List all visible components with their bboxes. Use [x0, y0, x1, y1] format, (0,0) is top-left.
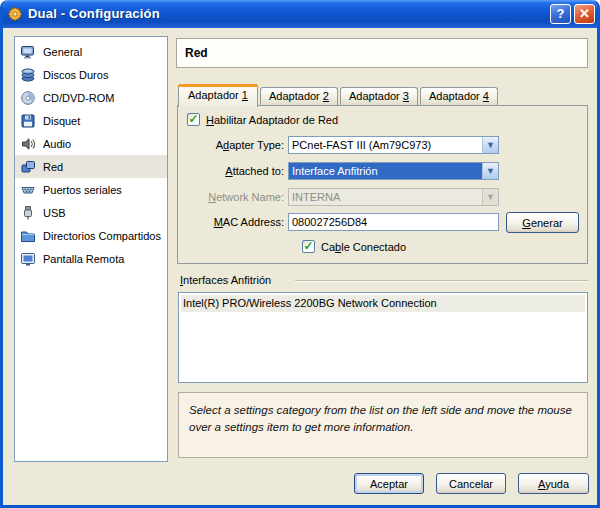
tab-adaptador-1[interactable]: Adaptador 1 — [178, 84, 258, 107]
check-icon: ✓ — [303, 240, 313, 252]
button-text: yuda — [545, 478, 569, 490]
cancel-button[interactable]: Cancelar — [436, 473, 506, 494]
tab-label: Adaptador — [349, 90, 403, 102]
gear-icon — [7, 6, 23, 22]
floppy-icon — [20, 113, 36, 129]
attached-to-select[interactable]: Interface Anfitrión ▼ — [288, 162, 499, 180]
help-panel: Select a settings category from the list… — [178, 392, 588, 458]
label-text: AC Address: — [223, 216, 284, 228]
settings-category-list: General Discos Duros CD/DVD-ROM Disquet … — [14, 36, 168, 462]
label-text: Ca — [321, 241, 335, 253]
label-text: apter Type: — [229, 139, 284, 151]
sidebar-item-discos-duros[interactable]: Discos Duros — [15, 63, 167, 86]
tab-label: Adaptador — [429, 90, 483, 102]
sidebar-item-cd-dvd-rom[interactable]: CD/DVD-ROM — [15, 86, 167, 109]
titlebar: Dual - Configuración ? ✕ — [0, 0, 600, 28]
usb-icon — [20, 205, 36, 221]
help-text: Select a settings category from the list… — [189, 402, 577, 435]
label-text: nterfaces Anfitrión — [183, 274, 271, 286]
cable-connected-checkbox[interactable]: ✓ Cable Conectado — [302, 240, 406, 253]
sidebar-item-disquet[interactable]: Disquet — [15, 109, 167, 132]
sidebar-item-label: Discos Duros — [43, 69, 108, 81]
tab-accel: 2 — [323, 90, 329, 102]
check-icon: ✓ — [188, 113, 198, 125]
label-text: etwork Name: — [216, 191, 284, 203]
label-accel: M — [214, 216, 223, 228]
mac-address-label: MAC Address: — [188, 213, 284, 231]
cd-dvd-icon — [20, 90, 36, 106]
chevron-down-icon: ▼ — [482, 137, 498, 153]
tab-label: Adaptador — [188, 89, 242, 101]
sidebar-item-label: CD/DVD-ROM — [43, 92, 115, 104]
attached-to-label: Attached to: — [188, 162, 284, 180]
titlebar-help-button[interactable]: ? — [550, 4, 571, 24]
checkbox-label: Cable Conectado — [321, 241, 406, 253]
adapter-type-select[interactable]: PCnet-FAST III (Am79C973) ▼ — [288, 136, 499, 154]
label-text: le Conectado — [341, 241, 406, 253]
help-button[interactable]: Ayuda — [518, 473, 589, 494]
button-accel: G — [522, 217, 531, 229]
label-accel: A — [225, 165, 232, 177]
host-interfaces-list[interactable]: Intel(R) PRO/Wireless 2200BG Network Con… — [178, 292, 588, 383]
settings-dialog: Dual - Configuración ? ✕ General Discos … — [0, 0, 600, 508]
sidebar-item-label: General — [43, 46, 82, 58]
serial-ports-icon — [20, 182, 36, 198]
sidebar-item-general[interactable]: General — [15, 40, 167, 63]
sidebar-item-label: Puertos seriales — [43, 184, 122, 196]
network-name-select: INTERNA ▼ — [288, 188, 499, 206]
sidebar-item-pantalla-remota[interactable]: Pantalla Remota — [15, 247, 167, 270]
sidebar-item-label: Red — [43, 161, 63, 173]
page-title: Red — [177, 39, 587, 67]
network-icon — [20, 159, 36, 175]
generate-mac-button[interactable]: Generar — [506, 212, 579, 233]
hard-disks-icon — [20, 67, 36, 83]
shared-folders-icon — [20, 228, 36, 244]
host-interfaces-group-title: Interfaces Anfitrión — [180, 274, 271, 286]
page-header: Red — [176, 38, 588, 68]
general-icon — [20, 44, 36, 60]
sidebar-item-label: USB — [43, 207, 66, 219]
tab-label: Adaptador — [269, 90, 323, 102]
tab-adaptador-4[interactable]: Adaptador 4 — [420, 87, 498, 106]
titlebar-close-button[interactable]: ✕ — [574, 4, 595, 24]
tab-accel: 1 — [242, 89, 248, 101]
label-text: ttached to: — [233, 165, 284, 177]
adapter-tabs: Adaptador 1 Adaptador 2 Adaptador 3 Adap… — [178, 84, 500, 106]
chevron-down-icon: ▼ — [482, 189, 498, 205]
sidebar-item-label: Pantalla Remota — [43, 253, 124, 265]
attached-to-value: Interface Anfitrión — [289, 163, 482, 179]
label-accel: N — [208, 191, 216, 203]
adapter-type-value: PCnet-FAST III (Am79C973) — [289, 137, 482, 153]
sidebar-item-directorios-compartidos[interactable]: Directorios Compartidos — [15, 224, 167, 247]
tab-accel: 4 — [483, 90, 489, 102]
checkbox-box: ✓ — [187, 113, 200, 126]
sidebar-item-label: Disquet — [43, 115, 80, 127]
network-name-value: INTERNA — [289, 189, 482, 205]
tab-adaptador-2[interactable]: Adaptador 2 — [260, 87, 338, 106]
chevron-down-icon: ▼ — [482, 163, 498, 179]
sidebar-item-usb[interactable]: USB — [15, 201, 167, 224]
accept-button[interactable]: Aceptar — [354, 473, 424, 494]
label-text: abilitar Adaptador de Red — [214, 114, 338, 126]
window-title: Dual - Configuración — [28, 6, 160, 21]
tab-accel: 3 — [403, 90, 409, 102]
enable-network-adapter-checkbox[interactable]: ✓ Habilitar Adaptador de Red — [187, 113, 338, 126]
remote-display-icon — [20, 251, 36, 267]
label-text: A — [216, 139, 223, 151]
adapter-1-pane: ✓ Habilitar Adaptador de Red Adapter Typ… — [177, 105, 588, 264]
label-accel: H — [206, 114, 214, 126]
checkbox-box: ✓ — [302, 240, 315, 253]
network-name-label: Network Name: — [188, 188, 284, 206]
sidebar-item-audio[interactable]: Audio — [15, 132, 167, 155]
host-interface-item[interactable]: Intel(R) PRO/Wireless 2200BG Network Con… — [181, 295, 585, 312]
group-divider — [295, 280, 588, 282]
checkbox-label: Habilitar Adaptador de Red — [206, 114, 338, 126]
tab-adaptador-3[interactable]: Adaptador 3 — [340, 87, 418, 106]
sidebar-item-puertos-seriales[interactable]: Puertos seriales — [15, 178, 167, 201]
sidebar-item-label: Audio — [43, 138, 71, 150]
sidebar-item-label: Directorios Compartidos — [43, 230, 161, 242]
mac-address-input[interactable] — [288, 213, 499, 231]
audio-icon — [20, 136, 36, 152]
button-text: enerar — [531, 217, 563, 229]
sidebar-item-red[interactable]: Red — [15, 155, 167, 178]
